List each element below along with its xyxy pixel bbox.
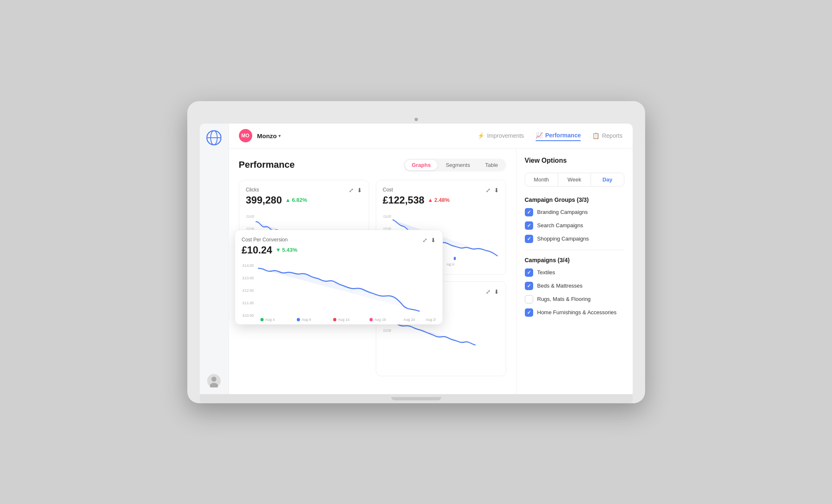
charts-wrapper: Clicks 399,280 ▲ 6.82% [239,180,506,376]
checkbox-shopping[interactable]: ✓ [525,235,533,243]
checkbox-beds[interactable]: ✓ [525,282,533,290]
section-header: Performance Graphs Segments Table [239,159,506,171]
svg-text:Aug 4: Aug 4 [265,317,275,321]
svg-text:Aug 14: Aug 14 [446,262,454,266]
avatar-image [207,374,221,387]
brand-initials: MO [241,133,249,139]
checkmark-icon: ✓ [527,209,531,215]
right-panel: View Options Month Week Day Campaign Gro… [516,149,633,394]
sidebar-logo [206,130,221,147]
svg-text:Aug 14: Aug 14 [338,317,350,321]
svg-text:Aug 19: Aug 19 [374,317,386,321]
expand-icon[interactable]: ⤢ [349,187,354,194]
cpc-change: ▼ 5.43% [276,247,298,253]
download-icon[interactable]: ⬇ [431,237,436,243]
checkbox-home[interactable]: ✓ [525,308,533,317]
cpc-label: Cost Per Conversion [242,237,436,243]
clicks-actions: ⤢ ⬇ [349,187,362,194]
laptop-screen: MO Monzo ▾ ⚡ Improvements 📈 [200,124,633,394]
expand-icon[interactable]: ⤢ [486,288,491,295]
beds-label: Beds & Mattresses [537,283,583,289]
checkbox-item-branding[interactable]: ✓ Branding Campaigns [525,208,624,216]
clicks-value: 399,280 ▲ 6.82% [246,194,362,206]
page-title: Performance [239,159,295,170]
brand-name[interactable]: Monzo ▾ [257,132,281,139]
svg-point-30 [297,318,300,321]
svg-point-4 [211,377,216,382]
clicks-label: Clicks [246,187,362,193]
top-nav: MO Monzo ▾ ⚡ Improvements 📈 [229,124,633,149]
svg-text:£11.00: £11.00 [242,300,253,305]
search-label: Search Campaigns [537,222,584,228]
conversions-actions: ⤢ ⬇ [486,288,499,295]
campaign-groups-title: Campaign Groups (3/3) [525,196,624,203]
campaigns-title: Campaigns (3/4) [525,257,624,263]
improvements-icon: ⚡ [477,132,484,139]
svg-point-32 [333,318,336,321]
time-option-week[interactable]: Week [558,173,591,186]
cost-actions: ⤢ ⬇ [486,187,499,194]
svg-text:£13.00: £13.00 [242,276,253,280]
nav-item-reports[interactable]: 📋 Reports [592,131,622,141]
camera-dot [415,118,418,121]
svg-text:£14.00: £14.00 [246,214,254,218]
textiles-label: Textiles [537,269,555,276]
svg-text:Aug 29: Aug 29 [425,317,435,321]
campaign-groups-list: ✓ Branding Campaigns ✓ Search Campaigns [525,208,624,243]
branding-label: Branding Campaigns [537,209,588,215]
content-area: Performance Graphs Segments Table [229,149,633,394]
svg-text:£14.00: £14.00 [242,263,253,267]
download-icon[interactable]: ⬇ [494,288,499,295]
time-option-month[interactable]: Month [525,173,558,186]
cost-value: £122,538 ▲ 2.48% [383,194,499,206]
panel-divider [525,250,624,250]
cost-label: Cost [383,187,499,193]
tab-table[interactable]: Table [478,160,504,170]
home-label: Home Furnishings & Accessories [537,309,617,315]
checkbox-item-home[interactable]: ✓ Home Furnishings & Accessories [525,308,624,317]
laptop-notch [391,397,441,400]
svg-text:Aug 9: Aug 9 [301,317,311,321]
svg-point-34 [369,318,373,321]
checkbox-item-rugs[interactable]: Rugs, Mats & Flooring [525,295,624,303]
time-option-day[interactable]: Day [591,173,623,186]
download-icon[interactable]: ⬇ [494,187,499,194]
nav-item-improvements[interactable]: ⚡ Improvements [477,131,524,141]
checkbox-item-beds[interactable]: ✓ Beds & Mattresses [525,282,624,290]
svg-text:£14.00: £14.00 [383,214,391,218]
performance-icon: 📈 [536,132,543,139]
laptop-base [200,394,633,403]
svg-text:£12.00: £12.00 [242,288,253,292]
clicks-change: ▲ 6.82% [285,197,307,203]
arrow-up-icon: ▲ [428,197,433,203]
checkmark-icon: ✓ [527,270,531,276]
svg-text:Aug 24: Aug 24 [403,317,415,321]
checkbox-item-textiles[interactable]: ✓ Textiles [525,268,624,277]
reports-icon: 📋 [592,132,599,139]
laptop-frame: MO Monzo ▾ ⚡ Improvements 📈 [187,101,645,403]
chevron-down-icon: ▾ [278,134,281,138]
checkmark-icon: ✓ [527,283,531,289]
nav-items: ⚡ Improvements 📈 Performance 📋 Reports [477,130,622,141]
tab-segments[interactable]: Segments [439,160,477,170]
checkbox-textiles[interactable]: ✓ [525,268,533,277]
checkbox-rugs[interactable] [525,295,533,303]
time-options: Month Week Day [525,173,624,186]
checkbox-item-shopping[interactable]: ✓ Shopping Campaigns [525,235,624,243]
svg-text:£10.00: £10.00 [242,313,253,317]
tab-graphs[interactable]: Graphs [405,160,437,170]
expand-icon[interactable]: ⤢ [486,187,491,194]
checkbox-branding[interactable]: ✓ [525,208,533,216]
download-icon[interactable]: ⬇ [357,187,362,194]
view-tabs: Graphs Segments Table [404,159,506,171]
checkmark-icon: ✓ [527,223,531,228]
checkbox-item-search[interactable]: ✓ Search Campaigns [525,221,624,230]
campaigns-list: ✓ Textiles ✓ Beds & Mattresses [525,268,624,317]
panel-title: View Options [525,157,624,164]
cpc-actions: ⤢ ⬇ [422,237,436,243]
nav-item-performance[interactable]: 📈 Performance [536,130,581,141]
rugs-label: Rugs, Mats & Flooring [537,296,591,302]
expand-icon[interactable]: ⤢ [422,237,427,243]
checkmark-icon: ✓ [527,236,531,242]
checkbox-search[interactable]: ✓ [525,221,533,230]
